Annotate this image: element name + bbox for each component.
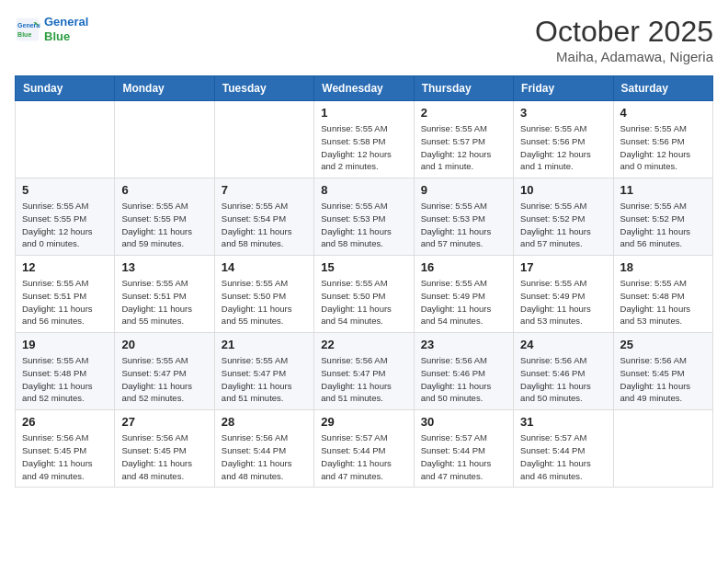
day-info: Sunrise: 5:55 AM Sunset: 5:57 PM Dayligh… <box>421 122 506 173</box>
calendar-cell: 8Sunrise: 5:55 AM Sunset: 5:53 PM Daylig… <box>314 178 414 256</box>
day-number: 18 <box>620 260 706 274</box>
calendar-cell: 26Sunrise: 5:56 AM Sunset: 5:45 PM Dayli… <box>16 410 115 488</box>
day-info: Sunrise: 5:55 AM Sunset: 5:53 PM Dayligh… <box>321 200 406 250</box>
day-number: 9 <box>421 183 506 197</box>
weekday-header-row: SundayMondayTuesdayWednesdayThursdayFrid… <box>16 76 713 101</box>
day-number: 19 <box>22 338 108 351</box>
day-number: 16 <box>421 260 506 274</box>
day-number: 3 <box>520 106 606 120</box>
day-info: Sunrise: 5:55 AM Sunset: 5:47 PM Dayligh… <box>121 354 207 405</box>
calendar-cell <box>613 410 712 488</box>
calendar-cell: 19Sunrise: 5:55 AM Sunset: 5:48 PM Dayli… <box>16 333 115 410</box>
day-number: 10 <box>520 183 606 197</box>
calendar-cell: 25Sunrise: 5:56 AM Sunset: 5:45 PM Dayli… <box>613 333 712 410</box>
day-info: Sunrise: 5:55 AM Sunset: 5:55 PM Dayligh… <box>22 200 108 250</box>
calendar-cell: 15Sunrise: 5:55 AM Sunset: 5:50 PM Dayli… <box>314 256 414 333</box>
day-info: Sunrise: 5:55 AM Sunset: 5:51 PM Dayligh… <box>121 277 207 327</box>
day-info: Sunrise: 5:56 AM Sunset: 5:45 PM Dayligh… <box>620 354 706 405</box>
day-info: Sunrise: 5:56 AM Sunset: 5:45 PM Dayligh… <box>22 431 108 482</box>
day-number: 20 <box>121 338 207 351</box>
day-info: Sunrise: 5:55 AM Sunset: 5:53 PM Dayligh… <box>421 200 506 250</box>
day-info: Sunrise: 5:56 AM Sunset: 5:46 PM Dayligh… <box>520 354 606 405</box>
day-number: 4 <box>620 106 706 120</box>
day-number: 5 <box>22 183 108 197</box>
day-number: 28 <box>222 415 307 429</box>
weekday-header-monday: Monday <box>115 76 214 101</box>
svg-text:Blue: Blue <box>17 30 31 37</box>
calendar-cell: 21Sunrise: 5:55 AM Sunset: 5:47 PM Dayli… <box>214 333 313 410</box>
day-info: Sunrise: 5:56 AM Sunset: 5:44 PM Dayligh… <box>222 431 307 482</box>
weekday-header-saturday: Saturday <box>613 76 712 101</box>
day-number: 12 <box>22 260 108 274</box>
week-row-3: 12Sunrise: 5:55 AM Sunset: 5:51 PM Dayli… <box>16 256 713 333</box>
logo-icon: General Blue <box>15 17 40 42</box>
day-info: Sunrise: 5:56 AM Sunset: 5:47 PM Dayligh… <box>321 354 406 405</box>
week-row-4: 19Sunrise: 5:55 AM Sunset: 5:48 PM Dayli… <box>16 333 713 410</box>
day-info: Sunrise: 5:55 AM Sunset: 5:51 PM Dayligh… <box>22 277 108 327</box>
day-number: 15 <box>321 260 406 274</box>
title-block: October 2025 Maiha, Adamawa, Nigeria <box>535 15 713 64</box>
svg-text:General: General <box>17 22 40 29</box>
day-number: 17 <box>520 260 606 274</box>
logo: General Blue GeneralBlue <box>15 15 88 43</box>
day-info: Sunrise: 5:55 AM Sunset: 5:49 PM Dayligh… <box>520 277 606 327</box>
calendar-cell: 30Sunrise: 5:57 AM Sunset: 5:44 PM Dayli… <box>414 410 513 488</box>
day-number: 22 <box>321 338 406 351</box>
day-info: Sunrise: 5:56 AM Sunset: 5:46 PM Dayligh… <box>421 354 506 405</box>
calendar-cell: 2Sunrise: 5:55 AM Sunset: 5:57 PM Daylig… <box>414 101 513 178</box>
day-number: 30 <box>421 415 506 429</box>
day-info: Sunrise: 5:57 AM Sunset: 5:44 PM Dayligh… <box>520 431 606 482</box>
day-number: 24 <box>520 338 606 351</box>
day-info: Sunrise: 5:56 AM Sunset: 5:45 PM Dayligh… <box>121 431 207 482</box>
calendar-cell: 13Sunrise: 5:55 AM Sunset: 5:51 PM Dayli… <box>115 256 214 333</box>
calendar-cell: 22Sunrise: 5:56 AM Sunset: 5:47 PM Dayli… <box>314 333 414 410</box>
week-row-1: 1Sunrise: 5:55 AM Sunset: 5:58 PM Daylig… <box>16 101 713 178</box>
calendar-cell: 5Sunrise: 5:55 AM Sunset: 5:55 PM Daylig… <box>16 178 115 256</box>
day-info: Sunrise: 5:55 AM Sunset: 5:55 PM Dayligh… <box>121 200 207 250</box>
weekday-header-tuesday: Tuesday <box>214 76 313 101</box>
calendar-cell: 29Sunrise: 5:57 AM Sunset: 5:44 PM Dayli… <box>314 410 414 488</box>
day-info: Sunrise: 5:55 AM Sunset: 5:48 PM Dayligh… <box>620 277 706 327</box>
day-number: 13 <box>121 260 207 274</box>
calendar-cell: 12Sunrise: 5:55 AM Sunset: 5:51 PM Dayli… <box>16 256 115 333</box>
day-number: 26 <box>22 415 108 429</box>
calendar-cell: 10Sunrise: 5:55 AM Sunset: 5:52 PM Dayli… <box>514 178 613 256</box>
day-info: Sunrise: 5:55 AM Sunset: 5:58 PM Dayligh… <box>321 122 406 173</box>
calendar-cell <box>16 101 115 178</box>
page-header: General Blue GeneralBlue October 2025 Ma… <box>15 15 713 64</box>
weekday-header-sunday: Sunday <box>16 76 115 101</box>
week-row-5: 26Sunrise: 5:56 AM Sunset: 5:45 PM Dayli… <box>16 410 713 488</box>
calendar-cell: 1Sunrise: 5:55 AM Sunset: 5:58 PM Daylig… <box>314 101 414 178</box>
calendar-cell: 14Sunrise: 5:55 AM Sunset: 5:50 PM Dayli… <box>214 256 313 333</box>
calendar-cell: 11Sunrise: 5:55 AM Sunset: 5:52 PM Dayli… <box>613 178 712 256</box>
calendar-cell: 23Sunrise: 5:56 AM Sunset: 5:46 PM Dayli… <box>414 333 513 410</box>
day-info: Sunrise: 5:55 AM Sunset: 5:52 PM Dayligh… <box>620 200 706 250</box>
day-number: 21 <box>222 338 307 351</box>
day-number: 2 <box>421 106 506 120</box>
logo-text: GeneralBlue <box>44 15 88 43</box>
day-number: 8 <box>321 183 406 197</box>
day-number: 6 <box>121 183 207 197</box>
calendar-cell: 27Sunrise: 5:56 AM Sunset: 5:45 PM Dayli… <box>115 410 214 488</box>
calendar-cell: 16Sunrise: 5:55 AM Sunset: 5:49 PM Dayli… <box>414 256 513 333</box>
calendar-cell: 3Sunrise: 5:55 AM Sunset: 5:56 PM Daylig… <box>514 101 613 178</box>
day-info: Sunrise: 5:55 AM Sunset: 5:47 PM Dayligh… <box>222 354 307 405</box>
weekday-header-friday: Friday <box>514 76 613 101</box>
day-number: 11 <box>620 183 706 197</box>
week-row-2: 5Sunrise: 5:55 AM Sunset: 5:55 PM Daylig… <box>16 178 713 256</box>
day-info: Sunrise: 5:55 AM Sunset: 5:56 PM Dayligh… <box>520 122 606 173</box>
day-info: Sunrise: 5:55 AM Sunset: 5:52 PM Dayligh… <box>520 200 606 250</box>
calendar-cell: 24Sunrise: 5:56 AM Sunset: 5:46 PM Dayli… <box>514 333 613 410</box>
calendar-cell <box>115 101 214 178</box>
day-number: 29 <box>321 415 406 429</box>
day-number: 23 <box>421 338 506 351</box>
calendar-table: SundayMondayTuesdayWednesdayThursdayFrid… <box>15 75 713 488</box>
calendar-cell: 28Sunrise: 5:56 AM Sunset: 5:44 PM Dayli… <box>214 410 313 488</box>
day-number: 27 <box>121 415 207 429</box>
day-info: Sunrise: 5:55 AM Sunset: 5:50 PM Dayligh… <box>222 277 307 327</box>
calendar-cell: 4Sunrise: 5:55 AM Sunset: 5:56 PM Daylig… <box>613 101 712 178</box>
day-number: 7 <box>222 183 307 197</box>
calendar-cell: 6Sunrise: 5:55 AM Sunset: 5:55 PM Daylig… <box>115 178 214 256</box>
calendar-cell: 17Sunrise: 5:55 AM Sunset: 5:49 PM Dayli… <box>514 256 613 333</box>
calendar-cell: 20Sunrise: 5:55 AM Sunset: 5:47 PM Dayli… <box>115 333 214 410</box>
